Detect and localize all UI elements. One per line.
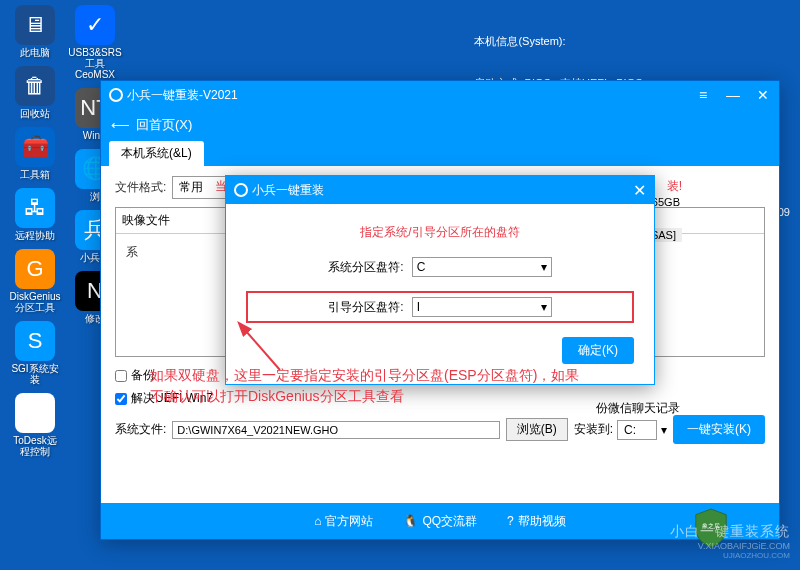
desktop-icon-label: ToDesk远程控制	[10, 435, 60, 457]
desktop-icon-label: USB3&SRS工具CeoMSX	[68, 47, 121, 80]
desktop-icon[interactable]: 🖥此电脑	[10, 5, 60, 58]
footer-help[interactable]: ?帮助视频	[507, 513, 566, 530]
sys-partition-select[interactable]: C▾	[412, 257, 552, 277]
desktop-icon[interactable]: 🗑回收站	[10, 66, 60, 119]
app-icon: T	[15, 393, 55, 433]
titlebar[interactable]: 小兵一键重装-V2021 ≡ — ✕	[101, 81, 779, 109]
desktop-icon-label: 远程协助	[15, 230, 55, 241]
install-to-label: 安装到:	[574, 421, 613, 438]
tab-local-system[interactable]: 本机系统(&L)	[109, 141, 204, 166]
app-icon: 🗑	[15, 66, 55, 106]
app-icon: ✓	[75, 5, 115, 45]
home-icon: ⌂	[314, 514, 321, 528]
watermark: 小白一键重装系统 V.XIAOBAIFJGiE.COM UJIAOZHOU.CO…	[670, 523, 790, 560]
app-icon: S	[15, 321, 55, 361]
desktop-icon[interactable]: 🖧远程协助	[10, 188, 60, 241]
file-format-label: 文件格式:	[115, 179, 166, 196]
sys-partition-label: 系统分区盘符:	[328, 259, 403, 276]
desktop-icon[interactable]: SSGI系统安装	[10, 321, 60, 385]
desktop-icon-label: 此电脑	[20, 47, 50, 58]
desktop-icon[interactable]: 🧰工具箱	[10, 127, 60, 180]
dialog-close-icon[interactable]: ✕	[633, 181, 646, 200]
dropdown-icon[interactable]: ▾	[661, 423, 667, 437]
sysfile-label: 系统文件:	[115, 421, 166, 438]
app-icon: 🖧	[15, 188, 55, 228]
desktop-icon[interactable]: GDiskGenius分区工具	[10, 249, 60, 313]
close-icon[interactable]: ✕	[755, 87, 771, 103]
backup-wechat-label: 份微信聊天记录	[596, 400, 680, 417]
uefi-checkbox[interactable]	[115, 393, 127, 405]
dropdown-icon: ▾	[541, 300, 547, 314]
settings-icon[interactable]: ≡	[695, 87, 711, 103]
desktop-icon-label: 回收站	[20, 108, 50, 119]
desktop-icon-label: DiskGenius分区工具	[9, 291, 60, 313]
app-icon: G	[15, 249, 55, 289]
backup-label: 备份	[131, 367, 155, 384]
boot-partition-dialog: 小兵一键重装 ✕ 指定系统/引导分区所在的盘符 系统分区盘符: C▾ 引导分区盘…	[225, 175, 655, 385]
app-icon	[234, 183, 248, 197]
boot-partition-label: 引导分区盘符:	[328, 299, 403, 316]
desktop-icon-label: SGI系统安装	[10, 363, 60, 385]
app-icon: 🖥	[15, 5, 55, 45]
install-button[interactable]: 一键安装(K)	[673, 415, 765, 444]
boot-partition-select[interactable]: I▾	[412, 297, 552, 317]
qq-icon: 🐧	[403, 514, 418, 528]
sysfile-input[interactable]	[172, 421, 499, 439]
dialog-hint: 指定系统/引导分区所在的盘符	[246, 224, 634, 241]
install-to-select[interactable]: C:	[617, 420, 657, 440]
desktop-icon[interactable]: TToDesk远程控制	[10, 393, 60, 457]
desktop-icon-label: 工具箱	[20, 169, 50, 180]
browse-button[interactable]: 浏览(B)	[506, 418, 568, 441]
app-icon	[109, 88, 123, 102]
dialog-title: 小兵一键重装	[252, 182, 324, 199]
minimize-icon[interactable]: —	[725, 87, 741, 103]
dropdown-icon: ▾	[541, 260, 547, 274]
footer-site[interactable]: ⌂官方网站	[314, 513, 373, 530]
nav-back[interactable]: 回首页(X)	[136, 116, 192, 134]
uefi-label: 解决UEFI Win7	[131, 390, 213, 407]
window-title: 小兵一键重装-V2021	[127, 87, 238, 104]
help-icon: ?	[507, 514, 514, 528]
desktop-icon[interactable]: ✓USB3&SRS工具CeoMSX	[70, 5, 120, 80]
backup-checkbox[interactable]	[115, 370, 127, 382]
warning-text-right: 装!	[667, 178, 682, 195]
desktop-icon-label: 浏	[90, 191, 100, 202]
footer-qq[interactable]: 🐧QQ交流群	[403, 513, 477, 530]
back-arrow-icon[interactable]: ⟵	[111, 118, 130, 133]
dialog-ok-button[interactable]: 确定(K)	[562, 337, 634, 364]
app-icon: 🧰	[15, 127, 55, 167]
